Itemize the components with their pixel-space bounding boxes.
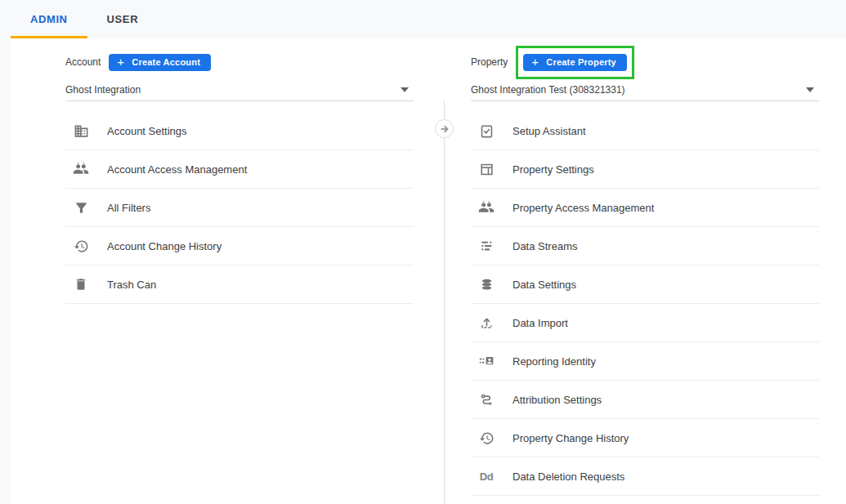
clipboard-check-icon bbox=[478, 123, 495, 139]
menu-item-reporting-identity[interactable]: Reporting Identity bbox=[471, 342, 819, 381]
menu-item-account-access-management[interactable]: Account Access Management bbox=[65, 150, 414, 189]
property-selector[interactable]: Ghost Integration Test (308321331) bbox=[471, 79, 819, 101]
menu-item-data-settings[interactable]: Data Settings bbox=[471, 265, 819, 304]
menu-item-label: Data Settings bbox=[513, 279, 576, 291]
property-selector-value: Ghost Integration Test (308321331) bbox=[471, 84, 625, 96]
window-layout-icon bbox=[478, 161, 495, 177]
menu-item-label: Reporting Identity bbox=[513, 355, 596, 368]
menu-item-setup-assistant[interactable]: Setup Assistant bbox=[471, 112, 819, 150]
menu-item-label: Data Import bbox=[513, 317, 568, 329]
plus-icon: + bbox=[531, 56, 539, 68]
menu-item-attribution-settings[interactable]: Attribution Settings bbox=[471, 381, 819, 419]
menu-item-account-settings[interactable]: Account Settings bbox=[65, 112, 414, 150]
account-header: Account + Create Account bbox=[65, 45, 414, 79]
property-column: Property + Create Property Ghost Integra… bbox=[444, 38, 846, 504]
menu-item-label: Account Settings bbox=[107, 125, 187, 137]
collapse-column-button[interactable] bbox=[435, 119, 454, 138]
plus-icon: + bbox=[117, 56, 124, 68]
chevron-down-icon bbox=[806, 87, 814, 92]
column-divider bbox=[444, 100, 445, 504]
menu-item-label: Property Access Management bbox=[513, 202, 654, 214]
menu-item-label: Setup Assistant bbox=[513, 125, 586, 137]
menu-item-label: All Filters bbox=[107, 202, 150, 214]
upload-icon bbox=[478, 314, 495, 331]
menu-item-data-streams[interactable]: Data Streams bbox=[471, 227, 819, 265]
database-icon bbox=[478, 276, 495, 292]
menu-item-property-change-history[interactable]: Property Change History bbox=[471, 419, 819, 457]
menu-item-all-filters[interactable]: All Filters bbox=[65, 189, 414, 227]
history-icon bbox=[73, 238, 89, 254]
menu-item-data-import[interactable]: Data Import bbox=[471, 304, 819, 342]
tab-admin-label: ADMIN bbox=[30, 13, 68, 25]
menu-item-data-deletion-requests[interactable]: Dd Data Deletion Requests bbox=[471, 457, 819, 496]
data-streams-icon bbox=[478, 238, 495, 254]
account-selector-value: Ghost Integration bbox=[65, 84, 141, 96]
create-account-button[interactable]: + Create Account bbox=[109, 54, 211, 71]
building-icon bbox=[73, 123, 89, 139]
account-column: Account + Create Account Ghost Integrati… bbox=[11, 38, 444, 504]
menu-item-label: Property Settings bbox=[513, 163, 594, 176]
tab-user-label: USER bbox=[107, 13, 139, 25]
tab-admin[interactable]: ADMIN bbox=[11, 0, 87, 38]
menu-item-trash-can[interactable]: Trash Can bbox=[65, 265, 414, 304]
menu-item-property-settings[interactable]: Property Settings bbox=[471, 150, 819, 189]
dd-text-icon: Dd bbox=[478, 468, 495, 484]
admin-content: Account + Create Account Ghost Integrati… bbox=[11, 38, 846, 504]
history-icon bbox=[478, 430, 495, 446]
trash-icon bbox=[73, 276, 89, 292]
admin-user-tab-bar: ADMIN USER bbox=[0, 0, 846, 38]
menu-item-label: Property Change History bbox=[513, 432, 629, 444]
people-icon bbox=[73, 161, 89, 177]
menu-item-label: Data Deletion Requests bbox=[513, 471, 624, 483]
property-label: Property bbox=[471, 56, 508, 68]
property-header: Property + Create Property bbox=[471, 45, 819, 79]
create-property-button[interactable]: + Create Property bbox=[523, 54, 627, 71]
menu-item-label: Account Access Management bbox=[107, 163, 247, 176]
account-selector[interactable]: Ghost Integration bbox=[65, 79, 414, 101]
identity-badge-icon bbox=[478, 353, 495, 369]
people-icon bbox=[478, 199, 495, 216]
menu-item-label: Trash Can bbox=[107, 279, 156, 291]
route-icon bbox=[478, 391, 495, 408]
create-property-label: Create Property bbox=[546, 57, 616, 67]
highlight-box: + Create Property bbox=[516, 46, 634, 79]
menu-item-label: Account Change History bbox=[107, 240, 222, 252]
menu-item-label: Attribution Settings bbox=[513, 394, 602, 406]
menu-item-label: Data Streams bbox=[513, 240, 577, 252]
tab-user[interactable]: USER bbox=[87, 0, 159, 38]
menu-item-account-change-history[interactable]: Account Change History bbox=[65, 227, 414, 265]
filter-icon bbox=[73, 199, 89, 216]
menu-item-property-access-management[interactable]: Property Access Management bbox=[471, 189, 819, 227]
create-account-label: Create Account bbox=[132, 57, 200, 67]
property-menu: Setup Assistant Property Settings Proper… bbox=[471, 112, 819, 496]
account-label: Account bbox=[65, 56, 101, 68]
arrow-right-icon bbox=[440, 124, 450, 134]
chevron-down-icon bbox=[401, 87, 409, 92]
account-menu: Account Settings Account Access Manageme… bbox=[65, 112, 414, 304]
